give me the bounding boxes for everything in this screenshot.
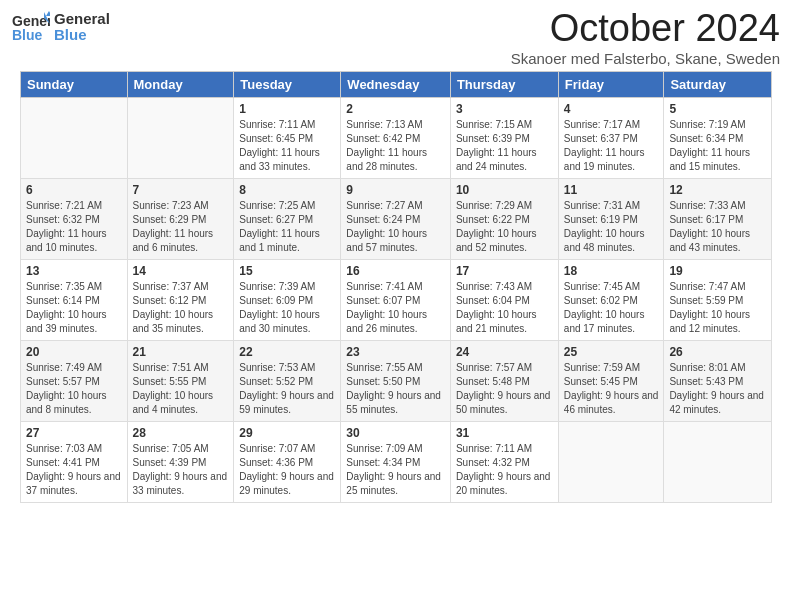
day-number: 9 — [346, 183, 445, 197]
day-info: Sunrise: 7:53 AMSunset: 5:52 PMDaylight:… — [239, 361, 335, 417]
calendar-cell: 25Sunrise: 7:59 AMSunset: 5:45 PMDayligh… — [558, 340, 664, 421]
weekday-header: Monday — [127, 71, 234, 97]
calendar-cell — [21, 97, 128, 178]
day-info: Sunrise: 7:59 AMSunset: 5:45 PMDaylight:… — [564, 361, 659, 417]
day-info: Sunrise: 7:35 AMSunset: 6:14 PMDaylight:… — [26, 280, 122, 336]
weekday-header: Sunday — [21, 71, 128, 97]
day-info: Sunrise: 7:43 AMSunset: 6:04 PMDaylight:… — [456, 280, 553, 336]
day-info: Sunrise: 7:45 AMSunset: 6:02 PMDaylight:… — [564, 280, 659, 336]
calendar-cell: 21Sunrise: 7:51 AMSunset: 5:55 PMDayligh… — [127, 340, 234, 421]
calendar-cell: 15Sunrise: 7:39 AMSunset: 6:09 PMDayligh… — [234, 259, 341, 340]
day-number: 5 — [669, 102, 766, 116]
location-title: Skanoer med Falsterbo, Skane, Sweden — [511, 50, 780, 67]
calendar-cell: 29Sunrise: 7:07 AMSunset: 4:36 PMDayligh… — [234, 421, 341, 502]
calendar-cell — [127, 97, 234, 178]
day-number: 19 — [669, 264, 766, 278]
day-number: 3 — [456, 102, 553, 116]
calendar-cell: 22Sunrise: 7:53 AMSunset: 5:52 PMDayligh… — [234, 340, 341, 421]
calendar-cell: 17Sunrise: 7:43 AMSunset: 6:04 PMDayligh… — [450, 259, 558, 340]
day-number: 28 — [133, 426, 229, 440]
calendar-cell: 31Sunrise: 7:11 AMSunset: 4:32 PMDayligh… — [450, 421, 558, 502]
day-info: Sunrise: 7:09 AMSunset: 4:34 PMDaylight:… — [346, 442, 445, 498]
day-info: Sunrise: 7:03 AMSunset: 4:41 PMDaylight:… — [26, 442, 122, 498]
calendar-cell: 18Sunrise: 7:45 AMSunset: 6:02 PMDayligh… — [558, 259, 664, 340]
day-info: Sunrise: 7:21 AMSunset: 6:32 PMDaylight:… — [26, 199, 122, 255]
calendar-cell: 6Sunrise: 7:21 AMSunset: 6:32 PMDaylight… — [21, 178, 128, 259]
calendar-cell — [558, 421, 664, 502]
day-number: 4 — [564, 102, 659, 116]
day-info: Sunrise: 7:55 AMSunset: 5:50 PMDaylight:… — [346, 361, 445, 417]
day-info: Sunrise: 7:05 AMSunset: 4:39 PMDaylight:… — [133, 442, 229, 498]
day-number: 22 — [239, 345, 335, 359]
day-info: Sunrise: 7:37 AMSunset: 6:12 PMDaylight:… — [133, 280, 229, 336]
day-info: Sunrise: 7:25 AMSunset: 6:27 PMDaylight:… — [239, 199, 335, 255]
calendar-cell: 28Sunrise: 7:05 AMSunset: 4:39 PMDayligh… — [127, 421, 234, 502]
day-info: Sunrise: 7:11 AMSunset: 4:32 PMDaylight:… — [456, 442, 553, 498]
calendar-cell: 16Sunrise: 7:41 AMSunset: 6:07 PMDayligh… — [341, 259, 451, 340]
calendar-cell: 23Sunrise: 7:55 AMSunset: 5:50 PMDayligh… — [341, 340, 451, 421]
calendar-cell: 5Sunrise: 7:19 AMSunset: 6:34 PMDaylight… — [664, 97, 772, 178]
title-block: October 2024 Skanoer med Falsterbo, Skan… — [511, 8, 780, 67]
weekday-header: Thursday — [450, 71, 558, 97]
calendar-cell: 8Sunrise: 7:25 AMSunset: 6:27 PMDaylight… — [234, 178, 341, 259]
day-info: Sunrise: 7:27 AMSunset: 6:24 PMDaylight:… — [346, 199, 445, 255]
day-info: Sunrise: 7:29 AMSunset: 6:22 PMDaylight:… — [456, 199, 553, 255]
day-number: 12 — [669, 183, 766, 197]
calendar-cell: 1Sunrise: 7:11 AMSunset: 6:45 PMDaylight… — [234, 97, 341, 178]
logo-icon: General Blue — [12, 8, 50, 46]
day-info: Sunrise: 7:07 AMSunset: 4:36 PMDaylight:… — [239, 442, 335, 498]
day-info: Sunrise: 7:13 AMSunset: 6:42 PMDaylight:… — [346, 118, 445, 174]
day-number: 16 — [346, 264, 445, 278]
day-info: Sunrise: 7:47 AMSunset: 5:59 PMDaylight:… — [669, 280, 766, 336]
day-info: Sunrise: 7:51 AMSunset: 5:55 PMDaylight:… — [133, 361, 229, 417]
month-title: October 2024 — [511, 8, 780, 50]
svg-text:Blue: Blue — [12, 27, 43, 43]
day-info: Sunrise: 7:19 AMSunset: 6:34 PMDaylight:… — [669, 118, 766, 174]
calendar-cell: 2Sunrise: 7:13 AMSunset: 6:42 PMDaylight… — [341, 97, 451, 178]
calendar-table: SundayMondayTuesdayWednesdayThursdayFrid… — [20, 71, 772, 503]
calendar-cell: 19Sunrise: 7:47 AMSunset: 5:59 PMDayligh… — [664, 259, 772, 340]
day-info: Sunrise: 7:17 AMSunset: 6:37 PMDaylight:… — [564, 118, 659, 174]
day-number: 15 — [239, 264, 335, 278]
calendar-cell: 30Sunrise: 7:09 AMSunset: 4:34 PMDayligh… — [341, 421, 451, 502]
day-number: 14 — [133, 264, 229, 278]
calendar-cell: 9Sunrise: 7:27 AMSunset: 6:24 PMDaylight… — [341, 178, 451, 259]
day-number: 10 — [456, 183, 553, 197]
weekday-header: Wednesday — [341, 71, 451, 97]
calendar-cell: 11Sunrise: 7:31 AMSunset: 6:19 PMDayligh… — [558, 178, 664, 259]
day-info: Sunrise: 7:39 AMSunset: 6:09 PMDaylight:… — [239, 280, 335, 336]
day-number: 2 — [346, 102, 445, 116]
calendar-cell: 13Sunrise: 7:35 AMSunset: 6:14 PMDayligh… — [21, 259, 128, 340]
calendar-cell: 14Sunrise: 7:37 AMSunset: 6:12 PMDayligh… — [127, 259, 234, 340]
calendar-cell: 7Sunrise: 7:23 AMSunset: 6:29 PMDaylight… — [127, 178, 234, 259]
day-number: 13 — [26, 264, 122, 278]
weekday-header: Friday — [558, 71, 664, 97]
calendar-cell: 3Sunrise: 7:15 AMSunset: 6:39 PMDaylight… — [450, 97, 558, 178]
calendar-cell: 26Sunrise: 8:01 AMSunset: 5:43 PMDayligh… — [664, 340, 772, 421]
day-info: Sunrise: 7:15 AMSunset: 6:39 PMDaylight:… — [456, 118, 553, 174]
day-number: 31 — [456, 426, 553, 440]
weekday-header: Tuesday — [234, 71, 341, 97]
logo-blue: Blue — [54, 27, 110, 44]
calendar-cell: 10Sunrise: 7:29 AMSunset: 6:22 PMDayligh… — [450, 178, 558, 259]
calendar-cell — [664, 421, 772, 502]
day-info: Sunrise: 7:23 AMSunset: 6:29 PMDaylight:… — [133, 199, 229, 255]
day-number: 25 — [564, 345, 659, 359]
day-number: 17 — [456, 264, 553, 278]
day-number: 11 — [564, 183, 659, 197]
day-number: 6 — [26, 183, 122, 197]
calendar-cell: 12Sunrise: 7:33 AMSunset: 6:17 PMDayligh… — [664, 178, 772, 259]
day-number: 18 — [564, 264, 659, 278]
weekday-header: Saturday — [664, 71, 772, 97]
day-number: 8 — [239, 183, 335, 197]
day-info: Sunrise: 7:49 AMSunset: 5:57 PMDaylight:… — [26, 361, 122, 417]
day-info: Sunrise: 8:01 AMSunset: 5:43 PMDaylight:… — [669, 361, 766, 417]
day-number: 29 — [239, 426, 335, 440]
day-number: 1 — [239, 102, 335, 116]
logo-general: General — [54, 11, 110, 28]
calendar-cell: 24Sunrise: 7:57 AMSunset: 5:48 PMDayligh… — [450, 340, 558, 421]
day-number: 24 — [456, 345, 553, 359]
calendar-cell: 4Sunrise: 7:17 AMSunset: 6:37 PMDaylight… — [558, 97, 664, 178]
day-number: 21 — [133, 345, 229, 359]
day-info: Sunrise: 7:11 AMSunset: 6:45 PMDaylight:… — [239, 118, 335, 174]
